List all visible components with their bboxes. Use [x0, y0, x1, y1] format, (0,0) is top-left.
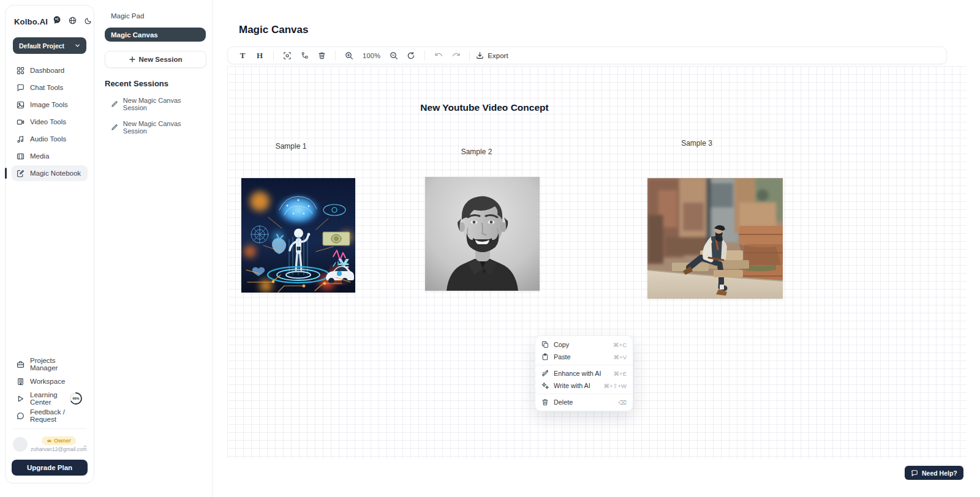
- zoom-out-button[interactable]: [386, 49, 401, 62]
- plus-icon: [129, 56, 135, 62]
- context-menu-item-paste[interactable]: Paste ⌘+V: [535, 351, 633, 363]
- sidebar-footer-nav: Projects Manager Workspace Learning Cent…: [12, 356, 88, 424]
- project-selector[interactable]: Default Project: [13, 37, 86, 54]
- export-button[interactable]: Export: [476, 51, 508, 59]
- heading-tool-button[interactable]: H: [252, 49, 267, 62]
- sidebar-item-chat-tools[interactable]: Chat Tools: [12, 80, 88, 95]
- redo-icon: [451, 51, 461, 59]
- context-menu-label: Paste: [554, 353, 571, 361]
- upgrade-plan-button[interactable]: Upgrade Plan: [12, 460, 88, 476]
- zoom-in-button[interactable]: [342, 49, 356, 62]
- sample-3-label[interactable]: Sample 3: [668, 139, 726, 148]
- text-tool-button[interactable]: T: [235, 49, 250, 62]
- canvas-image-sample-1[interactable]: ¥: [241, 178, 355, 293]
- sidebar-item-label: Dashboard: [30, 67, 64, 74]
- canvas-image-sample-2[interactable]: [425, 177, 540, 291]
- active-indicator: [5, 168, 7, 179]
- trash-icon: [318, 51, 326, 59]
- chevron-down-icon: [75, 43, 80, 48]
- sidebar-item-magic-notebook[interactable]: Magic Notebook: [12, 165, 88, 181]
- sidebar-item-label: Learning Center: [30, 391, 64, 406]
- dark-mode-moon-icon[interactable]: [85, 16, 92, 27]
- brain-logo-icon: [52, 15, 62, 28]
- context-menu-item-write-with-ai[interactable]: Write with AI ⌘+⇧+W: [535, 379, 633, 392]
- new-session-label: New Session: [139, 56, 183, 63]
- sidebar-item-media[interactable]: Media: [12, 148, 88, 164]
- panel-item-magic-pad[interactable]: Magic Pad: [105, 9, 206, 23]
- session-item[interactable]: New Magic Canvas Session: [105, 97, 206, 111]
- context-menu-divider: [535, 365, 633, 365]
- need-help-button[interactable]: Need Help?: [905, 466, 963, 480]
- dashboard-grid-icon: [17, 67, 24, 75]
- sidebar-item-feedback-request[interactable]: Feedback / Request: [12, 408, 88, 424]
- sample-1-label[interactable]: Sample 1: [263, 142, 318, 151]
- pencil-icon: [111, 100, 118, 108]
- sidebar-item-label: Feedback / Request: [30, 408, 83, 423]
- help-chat-icon: [911, 469, 918, 477]
- image-icon: [17, 101, 24, 109]
- context-menu-label: Enhance with AI: [554, 370, 601, 377]
- user-account[interactable]: Owner zoharvan12@gmail.com: [12, 434, 88, 454]
- panel-item-magic-canvas[interactable]: Magic Canvas: [105, 28, 206, 42]
- shortcut: ⌘+⇧+W: [603, 383, 627, 389]
- owner-badge: Owner: [42, 436, 76, 445]
- sidebar-item-dashboard[interactable]: Dashboard: [12, 62, 88, 78]
- sidebar-item-audio-tools[interactable]: Audio Tools: [12, 131, 88, 147]
- sidebar-item-label: Audio Tools: [30, 135, 66, 143]
- shortcut: ⌫: [619, 399, 627, 406]
- context-menu-item-enhance-with-ai[interactable]: Enhance with AI ⌘+E: [535, 367, 633, 379]
- sparkles-icon: [541, 382, 549, 389]
- sidebar-item-image-tools[interactable]: Image Tools: [12, 97, 88, 113]
- avatar: [13, 437, 28, 452]
- notebook-pencil-icon: [17, 170, 24, 177]
- sidebar: Kolbo.AI Default Project Dashboard Chat …: [5, 5, 94, 484]
- canvas-heading-text[interactable]: New Youtube Video Concept: [344, 102, 625, 113]
- canvas-image-sample-3[interactable]: [647, 178, 783, 299]
- reset-view-button[interactable]: [404, 49, 418, 62]
- flow-tool-button[interactable]: [297, 49, 312, 62]
- ai-select-tool-button[interactable]: [280, 49, 295, 62]
- sidebar-item-projects-manager[interactable]: Projects Manager: [12, 356, 88, 372]
- download-icon: [476, 51, 484, 59]
- sidebar-item-label: Projects Manager: [30, 357, 83, 372]
- briefcase-icon: [17, 361, 24, 368]
- context-menu: Copy ⌘+C Paste ⌘+V Enhance with AI ⌘+E W…: [535, 335, 633, 411]
- context-menu-label: Delete: [554, 398, 573, 406]
- tool-panel: Magic Pad Magic Canvas New Session Recen…: [95, 0, 213, 497]
- pencil-icon: [111, 124, 118, 131]
- context-menu-label: Copy: [554, 341, 569, 348]
- toolbar-separator: [424, 51, 425, 61]
- sidebar-item-label: Media: [30, 152, 49, 160]
- undo-button[interactable]: [431, 49, 446, 62]
- enhance-wand-icon: [541, 370, 549, 377]
- sidebar-item-video-tools[interactable]: Video Tools: [12, 114, 88, 130]
- shortcut: ⌘+E: [614, 370, 627, 377]
- context-menu-item-copy[interactable]: Copy ⌘+C: [535, 338, 633, 351]
- chat-bubble-icon: [17, 84, 24, 92]
- sidebar-spacer: [12, 181, 88, 348]
- recent-sessions-title: Recent Sessions: [105, 79, 206, 88]
- new-session-button[interactable]: New Session: [105, 51, 206, 68]
- shortcut: ⌘+V: [614, 354, 627, 361]
- divider: [13, 428, 86, 429]
- trash-icon: [541, 398, 549, 406]
- learning-progress-value: 66%: [69, 392, 83, 405]
- delete-tool-button[interactable]: [314, 49, 329, 62]
- user-email: zoharvan12@gmail.com: [31, 446, 87, 452]
- sidebar-item-label: Magic Notebook: [30, 170, 81, 177]
- undo-icon: [434, 51, 443, 59]
- shortcut: ⌘+C: [613, 342, 627, 348]
- sample-2-label[interactable]: Sample 2: [449, 148, 504, 156]
- redo-button[interactable]: [448, 49, 463, 62]
- language-globe-icon[interactable]: [69, 16, 77, 27]
- building-icon: [17, 378, 24, 386]
- export-label: Export: [488, 52, 508, 59]
- sidebar-item-learning-center[interactable]: Learning Center 66%: [12, 390, 88, 406]
- canvas-toolbar: T H 100% Export: [227, 47, 947, 64]
- session-item[interactable]: New Magic Canvas Session: [105, 120, 206, 135]
- video-camera-icon: [17, 118, 24, 126]
- play-icon: [17, 395, 24, 403]
- toolbar-separator: [469, 51, 470, 61]
- sidebar-item-workspace[interactable]: Workspace: [12, 373, 88, 389]
- context-menu-item-delete[interactable]: Delete ⌫: [535, 396, 633, 408]
